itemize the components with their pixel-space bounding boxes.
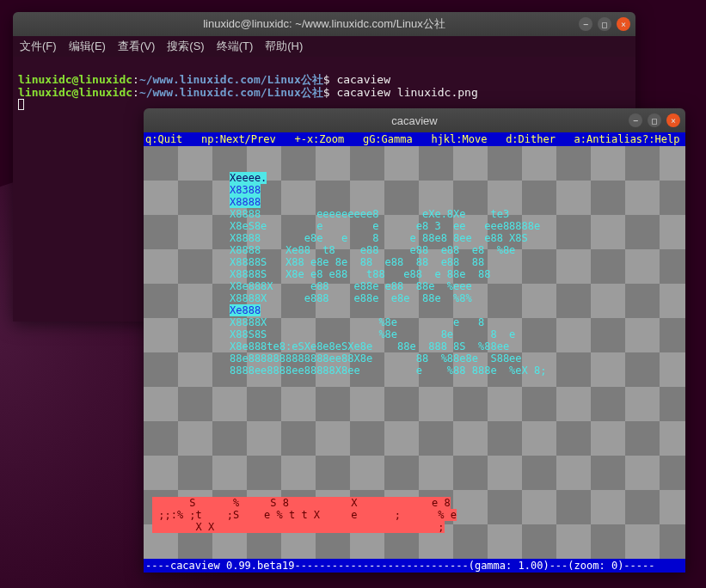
- terminal-title: linuxidc@linuxidc: ~/www.linuxidc.com/Li…: [13, 16, 635, 32]
- menu-file[interactable]: 文件(F): [20, 39, 57, 54]
- terminal-menubar: 文件(F) 编辑(E) 查看(V) 搜索(S) 终端(T) 帮助(H): [13, 36, 635, 57]
- window-controls: − □ ×: [579, 17, 630, 31]
- cacaview-title: cacaview: [144, 114, 685, 127]
- minimize-button[interactable]: −: [629, 113, 642, 127]
- window-controls: − □ ×: [629, 113, 680, 127]
- prompt-path: ~/www.linuxidc.com/Linux公社: [139, 73, 323, 86]
- menu-view[interactable]: 查看(V): [118, 39, 155, 54]
- menu-terminal[interactable]: 终端(T): [217, 39, 254, 54]
- close-button[interactable]: ×: [617, 17, 630, 31]
- command-line: cacaview: [336, 73, 390, 86]
- maximize-button[interactable]: □: [648, 113, 661, 127]
- minimize-button[interactable]: −: [579, 17, 592, 31]
- cursor: [18, 99, 24, 110]
- prompt-user: linuxidc@linuxidc: [18, 73, 132, 86]
- close-button[interactable]: ×: [666, 113, 680, 127]
- help-bar: q:Quit np:Next/Prev +-x:Zoom gG:Gamma hj…: [144, 132, 685, 146]
- ascii-art: Xeeee. X8388 X8888 X8888 eeeeeeeee8 eXe.…: [230, 172, 546, 377]
- cacaview-titlebar[interactable]: cacaview − □ ×: [144, 108, 685, 132]
- cacaview-body: q:Quit np:Next/Prev +-x:Zoom gG:Gamma hj…: [144, 132, 685, 573]
- maximize-button[interactable]: □: [598, 17, 611, 31]
- menu-search[interactable]: 搜索(S): [167, 39, 204, 54]
- command-line: cacaview linuxidc.png: [336, 86, 477, 99]
- ascii-art-red: S % S 8 X e 8 ;;:% ;t ;S e % t t X e ; %…: [152, 497, 457, 533]
- menu-edit[interactable]: 编辑(E): [69, 39, 106, 54]
- status-bar: ----cacaview 0.99.beta19----------------…: [144, 559, 685, 573]
- terminal-titlebar[interactable]: linuxidc@linuxidc: ~/www.linuxidc.com/Li…: [13, 12, 635, 36]
- image-viewport[interactable]: Xeeee. X8388 X8888 X8888 eeeeeeeee8 eXe.…: [144, 146, 685, 559]
- menu-help[interactable]: 帮助(H): [265, 39, 303, 54]
- cacaview-window: cacaview − □ × q:Quit np:Next/Prev +-x:Z…: [144, 108, 685, 573]
